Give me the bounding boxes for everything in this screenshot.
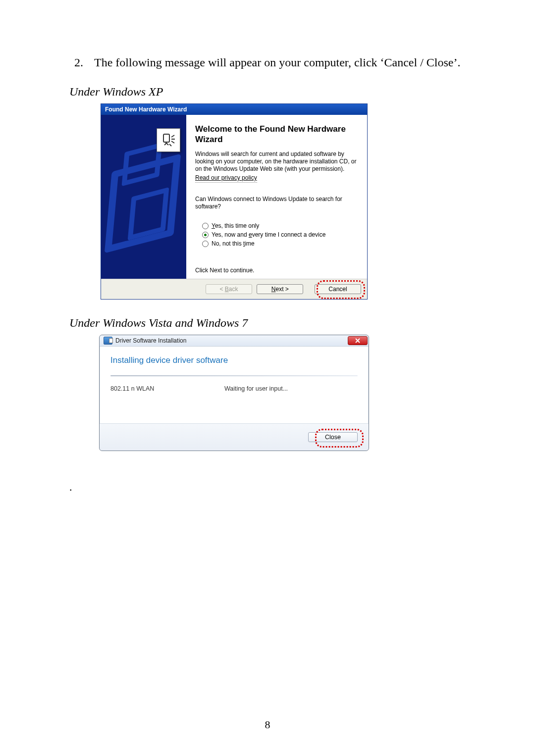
vista-title-text: Driver Software Installation [115,337,186,344]
radio-icon [202,223,209,229]
device-name: 802.11 n WLAN [110,385,224,392]
privacy-link[interactable]: Read our privacy policy [195,174,257,183]
vista-titlebar: Driver Software Installation [100,335,369,347]
step-text: The following message will appear on you… [94,54,485,71]
device-status-row: 802.11 n WLAN Waiting for user input... [110,385,358,392]
next-button[interactable]: Next > [257,284,303,294]
vista-button-bar: Close [100,423,369,451]
separator [110,375,358,376]
close-button-footer[interactable]: Close [308,432,358,442]
device-status: Waiting for user input... [224,385,288,392]
click-next-text: Click Next to continue. [195,267,358,274]
heading-xp: Under Windows XP [69,85,485,99]
vista-heading: Installing device driver software [110,355,358,365]
heading-vista: Under Windows Vista and Windows 7 [69,316,485,330]
vista-driver-dialog: Driver Software Installation Installing … [99,335,369,451]
xp-button-bar: < Back Next > Cancel [101,279,367,299]
xp-intro: Windows will search for current and upda… [195,151,358,173]
driver-install-icon [104,337,112,345]
radio-icon [202,232,209,238]
radio-yes-once[interactable]: Yes, this time only [202,222,358,229]
page-number: 8 [265,718,270,731]
xp-question: Can Windows connect to Windows Update to… [195,196,358,210]
step-2: 2. The following message will appear on … [74,54,485,71]
xp-titlebar: Found New Hardware Wizard [101,104,367,115]
radio-icon [202,241,209,247]
back-button: < Back [206,284,252,294]
radio-no[interactable]: No, not this time [202,240,358,247]
xp-wizard-dialog: Found New Hardware Wizard Welcome to the… [101,103,368,300]
radio-yes-always[interactable]: Yes, now and every time I connect a devi… [202,231,358,238]
xp-heading: Welcome to the Found New Hardware Wizard [195,124,358,145]
close-button[interactable] [348,336,368,345]
step-number: 2. [74,54,94,71]
svg-rect-0 [163,134,169,142]
xp-side-graphic [101,115,186,279]
trailing-mark: . [69,481,485,494]
cancel-button[interactable]: Cancel [315,284,361,294]
hardware-icon [157,128,180,152]
